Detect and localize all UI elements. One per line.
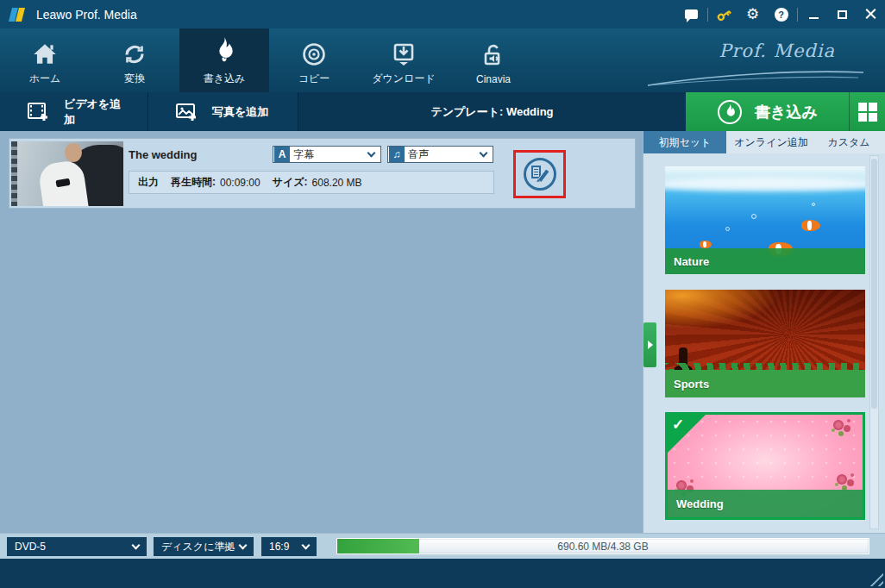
content-area: The wedding A 字幕 ♫ 音声 出力 再生時間: 00:09:00 …	[0, 131, 643, 533]
copy-disc-icon	[300, 34, 328, 67]
video-thumbnail	[11, 141, 123, 206]
subtitle-a-icon: A	[274, 147, 290, 162]
tab-custom-templates[interactable]: カスタム	[816, 131, 882, 153]
maximize-button[interactable]	[828, 0, 857, 28]
brand-logo: Prof. Media	[719, 41, 835, 61]
settings-button[interactable]: ⚙	[738, 0, 767, 28]
main-area: The wedding A 字幕 ♫ 音声 出力 再生時間: 00:09:00 …	[0, 131, 885, 533]
tab-builtin-templates[interactable]: 初期セット	[643, 131, 726, 153]
nav-item-home[interactable]: ホーム	[0, 28, 90, 92]
burn-button[interactable]: 書き込み	[686, 92, 850, 131]
template-sports[interactable]: Sports	[665, 290, 865, 397]
home-icon	[31, 34, 59, 67]
duration-label: 再生時間:	[171, 175, 216, 190]
capacity-progress-bar: 690.60 MB/4.38 GB	[336, 538, 869, 554]
output-info: 出力 再生時間: 00:09:00 サイズ: 608.20 MB	[129, 171, 494, 194]
nav-label: 書き込み	[204, 72, 246, 86]
nav-label: 変換	[124, 72, 145, 86]
duration-value: 00:09:00	[220, 177, 260, 189]
gear-icon: ⚙	[746, 7, 759, 22]
nav-label: ホーム	[29, 72, 61, 86]
fit-to-disc-value: ディスクに準拠	[161, 540, 240, 554]
feedback-button[interactable]	[677, 0, 706, 28]
check-icon: ✓	[672, 416, 684, 434]
output-label: 出力	[138, 175, 159, 190]
maximize-icon	[838, 10, 847, 19]
chevron-down-icon	[367, 149, 376, 158]
size-label: サイズ:	[273, 175, 308, 190]
template-label: テンプレート: Wedding	[430, 104, 553, 120]
sidebar-collapse-handle[interactable]	[643, 322, 656, 367]
convert-icon	[121, 34, 148, 67]
status-bar	[0, 559, 885, 588]
capacity-text: 690.60 MB/4.38 GB	[337, 539, 869, 554]
template-sidebar: 初期セット オンライン追加 カスタム Nature	[643, 131, 885, 533]
titlebar-separator	[707, 8, 708, 22]
minimize-icon	[809, 17, 819, 19]
brand-swoosh	[641, 68, 869, 89]
tab-online-templates[interactable]: オンライン追加	[726, 131, 816, 153]
download-icon	[390, 34, 417, 67]
template-label-band: Sports	[665, 370, 865, 397]
add-photo-button[interactable]: 写真を追加	[148, 92, 298, 131]
arrow-right-icon	[648, 341, 653, 349]
window-title: Leawo Prof. Media	[36, 8, 137, 22]
close-button[interactable]	[857, 0, 885, 28]
template-name: Wedding	[676, 497, 724, 510]
add-photo-icon	[174, 101, 198, 123]
aspect-ratio-value: 16:9	[269, 541, 303, 553]
resize-grip[interactable]	[869, 572, 883, 586]
aspect-ratio-dropdown[interactable]: 16:9	[261, 537, 317, 556]
nav-label: ダウンロード	[372, 72, 435, 86]
audio-dropdown[interactable]: ♫ 音声	[387, 146, 493, 163]
nav-label: Cinavia	[476, 73, 511, 85]
nav-label: コピー	[298, 72, 330, 86]
burn-button-label: 書き込み	[755, 102, 818, 122]
scrollbar-thumb[interactable]	[871, 159, 877, 409]
nav-item-convert[interactable]: 変換	[90, 28, 179, 92]
register-button[interactable]	[710, 0, 738, 28]
audio-dropdown-value: 音声	[408, 147, 480, 162]
queue-grid-button[interactable]	[850, 92, 885, 131]
burn-icon	[210, 34, 239, 67]
help-button[interactable]: ?	[767, 0, 795, 28]
message-bubble-icon	[685, 9, 698, 19]
bottom-bar: DVD-5 ディスクに準拠 16:9 690.60 MB/4.38 GB	[0, 533, 885, 559]
add-video-button[interactable]: ビデオを追加	[0, 92, 148, 131]
video-title: The wedding	[129, 148, 197, 161]
edit-annotation-box	[513, 150, 566, 198]
grid-icon	[858, 103, 877, 122]
template-label-band: Nature	[665, 248, 865, 274]
template-name: Nature	[674, 255, 709, 268]
disc-type-value: DVD-5	[15, 541, 133, 553]
template-wedding[interactable]: Wedding ✓	[665, 412, 865, 520]
edit-video-button[interactable]	[521, 155, 559, 193]
main-nav: ホーム 変換 書き込み コピー	[0, 28, 885, 92]
template-nature[interactable]: Nature	[665, 166, 865, 274]
chevron-down-icon	[302, 541, 311, 550]
help-icon: ?	[775, 8, 788, 22]
titlebar-separator	[797, 8, 798, 22]
template-list: Nature Sports	[643, 153, 885, 533]
sidebar-tabs: 初期セット オンライン追加 カスタム	[643, 131, 885, 153]
video-item-row[interactable]: The wedding A 字幕 ♫ 音声 出力 再生時間: 00:09:00 …	[9, 138, 636, 209]
fit-to-disc-dropdown[interactable]: ディスクに準拠	[154, 537, 254, 556]
subtitle-dropdown-value: 字幕	[293, 147, 368, 162]
nav-item-cinavia[interactable]: Cinavia	[449, 28, 538, 92]
close-icon	[865, 9, 876, 20]
app-logo-icon	[9, 7, 28, 22]
cinavia-unlock-icon	[480, 36, 507, 69]
nav-item-copy[interactable]: コピー	[269, 28, 359, 92]
chevron-down-icon	[480, 149, 488, 158]
disc-type-dropdown[interactable]: DVD-5	[7, 537, 147, 556]
nav-item-download[interactable]: ダウンロード	[359, 28, 449, 92]
minimize-button[interactable]	[800, 0, 828, 28]
nav-item-burn[interactable]: 書き込み	[179, 28, 269, 92]
chevron-down-icon	[132, 541, 141, 550]
key-icon	[716, 6, 733, 23]
add-photo-label: 写真を追加	[212, 104, 268, 120]
subtitle-dropdown[interactable]: A 字幕	[273, 146, 381, 163]
sidebar-scrollbar[interactable]	[869, 155, 879, 529]
add-video-icon	[26, 101, 50, 123]
add-video-label: ビデオを追加	[64, 97, 132, 128]
